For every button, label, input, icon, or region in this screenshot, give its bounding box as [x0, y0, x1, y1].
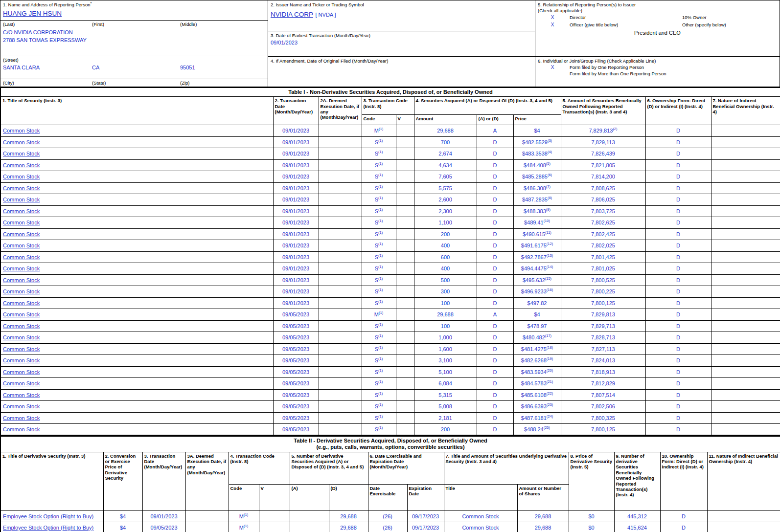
security-title-link[interactable]: Common Stock	[3, 323, 40, 329]
deemed-execution-cell	[319, 263, 362, 275]
derivative-title-link[interactable]: Employee Stock Option (Right to Buy)	[3, 525, 93, 531]
security-title-link[interactable]: Common Stock	[3, 128, 40, 133]
owned-following-cell: 7,802,625	[561, 217, 645, 229]
security-title-link[interactable]: Common Stock	[3, 346, 40, 352]
code-v-cell	[396, 309, 414, 321]
security-title-link[interactable]: Common Stock	[3, 162, 40, 168]
security-title-link[interactable]: Common Stock	[3, 311, 40, 317]
transaction-date-cell: 09/01/2023	[273, 159, 319, 171]
price-cell: $497.82	[513, 297, 561, 309]
owned-value: 7,803,725	[591, 208, 615, 214]
security-title-link[interactable]: Common Stock	[3, 288, 40, 294]
owned-value: 7,812,829	[591, 380, 615, 386]
price-value: $488.383	[524, 208, 546, 214]
price-cell: $489.41(10)	[513, 217, 561, 229]
acquired-disposed-cell: D	[477, 424, 513, 436]
th-code: Code	[362, 115, 396, 125]
security-title-link[interactable]: Common Stock	[3, 139, 40, 145]
transaction-code: S	[375, 174, 378, 179]
transaction-code-cell: M(1)	[362, 309, 396, 321]
deemed-execution-cell	[319, 171, 362, 183]
th-v: V	[396, 115, 414, 125]
ownership-form-cell: D	[645, 412, 711, 424]
price-footnote: (23)	[547, 403, 553, 407]
code-v-cell	[396, 182, 414, 194]
security-title-link[interactable]: Common Stock	[3, 197, 40, 202]
security-title-link[interactable]: Common Stock	[3, 231, 40, 237]
amount-cell: 2,300	[414, 205, 477, 217]
owned-value: 7,806,025	[591, 197, 615, 202]
derivative-price-cell: $0	[569, 522, 614, 532]
box6-label: 6. Individual or Joint/Group Filing (Che…	[535, 57, 780, 64]
deemed-execution-cell	[319, 148, 362, 160]
owned-following-cell: 7,824,013	[561, 355, 645, 367]
transaction-code: S	[375, 403, 378, 409]
conversion-price-cell: $4	[103, 522, 142, 532]
security-title-link[interactable]: Common Stock	[3, 220, 40, 225]
box1-label: 1. Name and Address of Reporting Person*	[0, 0, 268, 8]
price-footnote: (16)	[547, 288, 553, 292]
security-title-link[interactable]: Common Stock	[3, 208, 40, 214]
transaction-code-cell: S(1)	[362, 401, 396, 413]
security-title-cell: Common Stock	[0, 355, 273, 367]
security-title-link[interactable]: Common Stock	[3, 151, 40, 156]
price-value: $492.7867	[521, 254, 547, 260]
th2-number-derivative-group: 5. Number of Derivative Securities Acqui…	[290, 452, 368, 484]
reporting-person-name-row: HUANG JEN HSUN	[0, 8, 268, 20]
security-title-link[interactable]: Common Stock	[3, 334, 40, 340]
transaction-code: S	[375, 197, 378, 202]
security-title-link[interactable]: Common Stock	[3, 277, 40, 283]
price-value: $486.6393	[521, 403, 547, 409]
expiration-date-cell: 09/17/2023	[407, 510, 444, 522]
acquired-disposed-cell: D	[477, 355, 513, 367]
filing-one-row: X Form filed by One Reporting Person	[535, 64, 780, 70]
issuer-name-link[interactable]: NVIDIA CORP	[271, 11, 313, 18]
deemed-execution-cell	[319, 389, 362, 401]
security-title-link[interactable]: Common Stock	[3, 243, 40, 248]
middle-label: (Middle)	[180, 22, 265, 27]
th-transaction-code-group: 3. Transaction Code (Instr. 8)	[362, 97, 414, 115]
security-title-link[interactable]: Common Stock	[3, 300, 40, 306]
price-value: $4	[534, 311, 540, 317]
security-title-link[interactable]: Common Stock	[3, 426, 40, 432]
deemed-execution-cell	[319, 182, 362, 194]
security-title-link[interactable]: Common Stock	[3, 369, 40, 375]
security-title-link[interactable]: Common Stock	[3, 357, 40, 363]
security-title-cell: Common Stock	[0, 286, 273, 298]
owned-value: 7,807,514	[591, 392, 615, 398]
security-title-link[interactable]: Common Stock	[3, 266, 40, 271]
derivative-title-link[interactable]: Employee Stock Option (Right to Buy)	[3, 513, 93, 519]
security-title-link[interactable]: Common Stock	[3, 392, 40, 398]
owned-value: 7,827,113	[591, 346, 615, 352]
th-amount-owned: 5. Amount of Securities Beneficially Own…	[561, 97, 645, 125]
owned-value: 7,814,200	[591, 174, 615, 179]
security-title-link[interactable]: Common Stock	[3, 403, 40, 409]
price-cell: $495.632(15)	[513, 274, 561, 286]
ownership-form-cell: D	[645, 159, 711, 171]
deemed-execution-cell	[319, 401, 362, 413]
owned-following-cell: 7,829,813(2)	[561, 125, 645, 137]
security-title-link[interactable]: Common Stock	[3, 380, 40, 386]
transaction-code: S	[375, 426, 378, 432]
deemed-execution-cell	[319, 343, 362, 355]
price-value: $495.632	[523, 277, 545, 283]
amount-cell: 500	[414, 274, 477, 286]
price-footnote: (25)	[544, 426, 550, 430]
nature-indirect-cell	[711, 240, 780, 252]
transaction-code-cell: S(1)	[362, 320, 396, 332]
security-title-link[interactable]: Common Stock	[3, 174, 40, 179]
transaction-code-cell: S(1)	[362, 159, 396, 171]
table1-row: Common Stock 09/01/2023 S(1) 400 D $491.…	[0, 240, 780, 252]
transaction-code-cell: S(1)	[362, 171, 396, 183]
nature-indirect-cell	[711, 228, 780, 240]
security-title-link[interactable]: Common Stock	[3, 415, 40, 421]
amount-cell: 2,181	[414, 412, 477, 424]
reporting-person-name-link[interactable]: HUANG JEN HSUN	[3, 10, 62, 17]
owned-value: 7,802,625	[591, 220, 615, 225]
security-title-link[interactable]: Common Stock	[3, 185, 40, 191]
security-title-link[interactable]: Common Stock	[3, 254, 40, 260]
owned-following-cell: 7,800,325	[561, 412, 645, 424]
amount-cell: 3,100	[414, 355, 477, 367]
transaction-code: S	[375, 208, 378, 214]
price-footnote: (17)	[545, 334, 551, 338]
